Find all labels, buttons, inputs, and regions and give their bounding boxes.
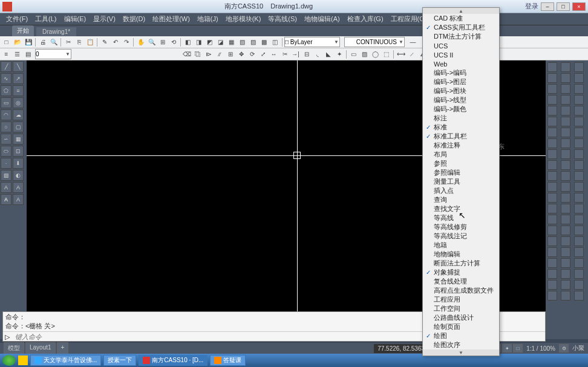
donut-tool[interactable]: ◎ bbox=[13, 97, 24, 108]
right-tool-button[interactable] bbox=[547, 171, 557, 181]
region-tool[interactable]: ▢ bbox=[13, 122, 24, 132]
menu-contour[interactable]: 等高线(S) bbox=[264, 13, 301, 25]
move-button[interactable]: ✥ bbox=[236, 49, 246, 59]
context-menu-item[interactable]: 等高线注记 bbox=[423, 232, 499, 241]
context-menu-item[interactable]: 地籍 bbox=[423, 241, 499, 250]
context-menu-item[interactable]: 绘制页面 bbox=[423, 322, 499, 331]
break-button[interactable]: ⊟ bbox=[301, 49, 312, 59]
right-tool-button[interactable] bbox=[561, 171, 570, 181]
mirror-button[interactable]: ⧐ bbox=[203, 49, 214, 59]
scale-button[interactable]: ⤢ bbox=[258, 49, 268, 59]
trim-button[interactable]: ✂ bbox=[279, 49, 290, 59]
menu-terrain[interactable]: 地形模块(K) bbox=[222, 13, 265, 25]
menu-file[interactable]: 文件(F) bbox=[2, 13, 31, 25]
right-tool-button[interactable] bbox=[547, 269, 557, 279]
right-tool-button[interactable] bbox=[561, 73, 570, 83]
line-tool[interactable]: ╱ bbox=[1, 61, 11, 72]
right-tool-button[interactable] bbox=[561, 291, 570, 300]
right-tool-button[interactable] bbox=[561, 226, 570, 235]
context-menu-item[interactable]: ✓标准 bbox=[423, 123, 499, 132]
point-tool[interactable]: · bbox=[1, 158, 11, 169]
toolbar-context-menu[interactable]: ▲ CAD 标准✓CASS实用工具栏DTM法土方计算UCSUCS IIWeb编码… bbox=[422, 7, 500, 356]
right-tool-button[interactable] bbox=[574, 128, 584, 137]
context-menu-item[interactable]: 测量工具 bbox=[423, 177, 499, 186]
mtext-tool[interactable]: A bbox=[1, 194, 11, 205]
layer-states-button[interactable]: ☰ bbox=[12, 49, 22, 59]
polygon-tool[interactable]: ⬠ bbox=[1, 85, 11, 96]
context-menu-item[interactable]: 编码->线型 bbox=[423, 96, 499, 105]
task-item-browser[interactable]: 天文学泰斗曾设佛... bbox=[30, 355, 101, 366]
context-menu-item[interactable]: CAD 标准 bbox=[423, 14, 499, 23]
ellipse-tool[interactable]: ⬭ bbox=[1, 146, 11, 157]
tool-e[interactable]: ▦ bbox=[226, 37, 237, 47]
task-item-cass[interactable]: 南方CASS10 · [D... bbox=[139, 355, 207, 366]
copy-button[interactable]: ⎘ bbox=[74, 37, 84, 47]
tool-b[interactable]: ◨ bbox=[194, 37, 204, 47]
save-button[interactable]: 💾 bbox=[23, 37, 33, 47]
context-menu-item[interactable]: 查询 bbox=[423, 195, 499, 204]
linetype-combo[interactable] bbox=[344, 37, 405, 47]
right-tool-button[interactable] bbox=[574, 226, 584, 235]
right-tool-button[interactable] bbox=[574, 138, 584, 148]
tool-a[interactable]: ◧ bbox=[183, 37, 193, 47]
right-tool-button[interactable] bbox=[547, 291, 557, 300]
right-tool-button[interactable] bbox=[561, 106, 570, 115]
context-menu-item[interactable]: 地物编辑 bbox=[423, 250, 499, 259]
context-menu-item[interactable]: UCS II bbox=[423, 50, 499, 59]
spline-tool[interactable]: ∽ bbox=[1, 134, 11, 145]
erase-button[interactable]: ⌫ bbox=[181, 49, 192, 59]
chamfer-button[interactable]: ◣ bbox=[323, 49, 333, 59]
revcloud-tool[interactable]: ☁ bbox=[13, 109, 24, 120]
match-button[interactable]: ✎ bbox=[99, 37, 109, 47]
extend-button[interactable]: →| bbox=[290, 49, 301, 59]
dim-aligned-button[interactable]: ⟋ bbox=[407, 49, 417, 59]
tool-f[interactable]: ▧ bbox=[237, 37, 247, 47]
context-menu-item[interactable]: 工作空间 bbox=[423, 304, 499, 313]
mline-tool[interactable]: ≡ bbox=[13, 85, 24, 96]
copy-obj-button[interactable]: ⿻ bbox=[192, 49, 203, 59]
right-tool-button[interactable] bbox=[547, 73, 557, 83]
right-tool-button[interactable] bbox=[547, 84, 557, 94]
fillet-button[interactable]: ◟ bbox=[312, 49, 322, 59]
context-menu-item[interactable]: 编码->图块 bbox=[423, 86, 499, 96]
osnap-toggle[interactable]: □ bbox=[513, 344, 523, 352]
menu-tools[interactable]: 工具(L) bbox=[31, 13, 60, 25]
menu-feature-edit[interactable]: 地物编辑(A) bbox=[301, 13, 344, 25]
tab-document[interactable]: Drawing1* bbox=[36, 27, 76, 36]
menu-cadastre[interactable]: 地籍(J) bbox=[194, 13, 222, 25]
right-tool-button[interactable] bbox=[574, 236, 584, 246]
right-tool-button[interactable] bbox=[561, 280, 570, 290]
right-tool-button[interactable] bbox=[574, 280, 584, 290]
menu-check-db[interactable]: 检查入库(G) bbox=[344, 13, 387, 25]
right-tool-button[interactable] bbox=[547, 215, 557, 224]
context-menu-item[interactable]: 标注 bbox=[423, 114, 499, 123]
right-tool-button[interactable] bbox=[561, 182, 570, 192]
right-tool-button[interactable] bbox=[561, 160, 570, 170]
context-menu-item[interactable]: 插入点 bbox=[423, 186, 499, 195]
context-menu-item[interactable]: Web bbox=[423, 59, 499, 68]
dim-combo[interactable] bbox=[35, 49, 71, 59]
region-button[interactable]: ▭ bbox=[348, 49, 359, 59]
layer-iso-button[interactable]: ▤ bbox=[23, 49, 33, 59]
hatch-button[interactable]: ▨ bbox=[359, 49, 370, 59]
layout-tab-layout1[interactable]: Layout1 bbox=[25, 342, 56, 354]
print-button[interactable]: 🖨 bbox=[38, 37, 48, 47]
right-tool-button[interactable] bbox=[547, 62, 557, 72]
right-tool-button[interactable] bbox=[574, 149, 584, 159]
right-tool-button[interactable] bbox=[574, 106, 584, 115]
context-menu-item[interactable]: 编码->颜色 bbox=[423, 105, 499, 114]
zoom-readout[interactable]: 1:1 / 100% bbox=[526, 345, 555, 352]
start-button[interactable] bbox=[2, 355, 16, 366]
context-menu-item[interactable]: 公路曲线设计 bbox=[423, 313, 499, 322]
context-menu-item[interactable]: 标准注释 bbox=[423, 141, 499, 150]
right-tool-button[interactable] bbox=[561, 149, 570, 159]
right-tool-button[interactable] bbox=[574, 204, 584, 213]
right-tool-button[interactable] bbox=[561, 62, 570, 72]
array-button[interactable]: ⊞ bbox=[225, 49, 235, 59]
undo-button[interactable]: ↶ bbox=[110, 37, 120, 47]
right-tool-button[interactable] bbox=[547, 247, 557, 257]
arc-tool[interactable]: ◠ bbox=[1, 109, 11, 120]
menu-view[interactable]: 显示(V) bbox=[90, 13, 119, 25]
layer-combo[interactable] bbox=[284, 37, 340, 47]
right-tool-button[interactable] bbox=[561, 204, 570, 213]
